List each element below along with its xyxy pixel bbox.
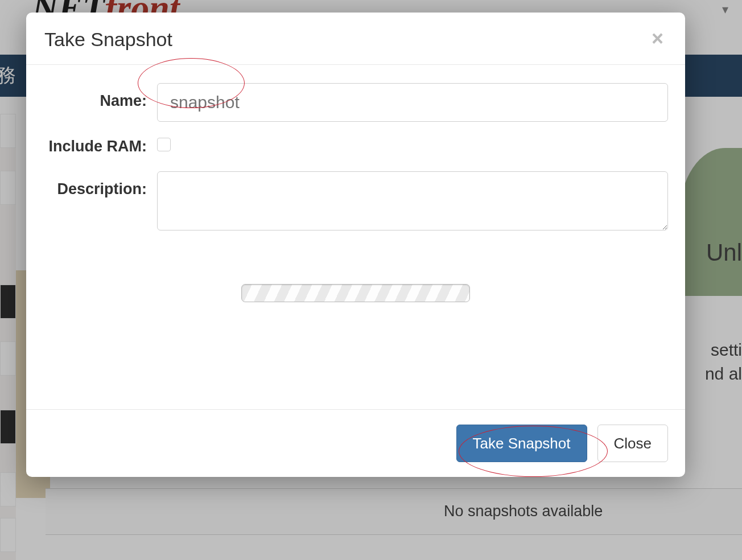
name-label: Name: — [43, 83, 157, 110]
progress-bar — [241, 284, 470, 302]
dialog-body: Name: Include RAM: Description: — [26, 65, 685, 409]
close-button[interactable]: Close — [597, 425, 668, 462]
include-ram-checkbox[interactable] — [157, 138, 171, 151]
take-snapshot-button[interactable]: Take Snapshot — [456, 425, 587, 462]
description-textarea[interactable] — [157, 171, 668, 230]
include-ram-label: Include RAM: — [43, 138, 157, 155]
dialog-title: Take Snapshot — [44, 28, 172, 51]
dialog-header: Take Snapshot × — [26, 13, 685, 65]
close-icon[interactable]: × — [648, 28, 667, 49]
dialog-footer: Take Snapshot Close — [26, 409, 685, 477]
name-input[interactable] — [157, 83, 668, 122]
description-label: Description: — [43, 171, 157, 198]
take-snapshot-dialog: Take Snapshot × Name: Include RAM: Descr… — [26, 13, 685, 477]
